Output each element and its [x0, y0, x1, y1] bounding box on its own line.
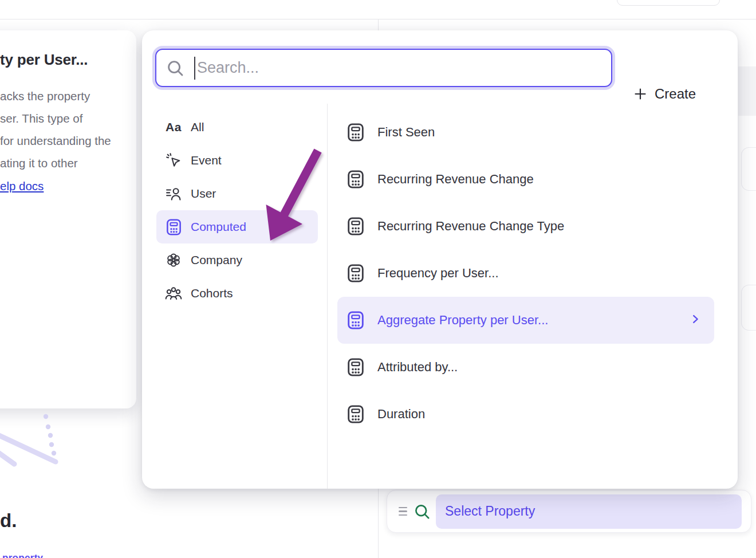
text-format-icon: Aa [164, 120, 183, 134]
calculator-icon [346, 358, 365, 376]
sidebar-item-label: Company [191, 253, 242, 267]
list-item-frequency-per-user[interactable]: Frequency per User... [337, 250, 714, 297]
create-button[interactable]: Create [633, 81, 696, 107]
select-property-label: Select Property [445, 504, 535, 519]
list-item-recurring-revenue-change-type[interactable]: Recurring Revenue Change Type [337, 203, 714, 250]
tooltip-body-line: ating it to other [0, 152, 132, 174]
list-item-label: Attributed by... [377, 360, 458, 375]
property-description-tooltip: ty per User... acks the property ser. Th… [0, 30, 136, 408]
sidebar-item-label: Event [191, 154, 222, 167]
background-card-edge [741, 147, 756, 191]
calculator-icon [346, 217, 365, 235]
list-item-label: Duration [377, 407, 425, 422]
select-property-dropdown[interactable]: Select Property [436, 494, 742, 529]
search-icon [167, 60, 184, 77]
list-item-duration[interactable]: Duration [337, 391, 714, 438]
tooltip-body-line: ser. This type of [0, 107, 132, 129]
sidebar-item-label: User [191, 187, 216, 201]
bottom-link-fragment[interactable]: property [2, 552, 43, 558]
list-item-label: Aggregate Property per User... [377, 313, 548, 328]
list-item-label: Recurring Revenue Change [377, 172, 534, 187]
screen: ty per User... acks the property ser. Th… [0, 0, 756, 558]
background-panel-strip [738, 66, 756, 116]
list-item-label: Recurring Revenue Change Type [377, 219, 564, 234]
plus-icon [633, 87, 647, 101]
search-field[interactable] [155, 49, 612, 87]
sidebar-item-label: All [191, 120, 204, 134]
calculator-icon [346, 405, 365, 423]
property-picker-modal: Create Aa All [142, 30, 738, 489]
help-docs-link[interactable]: elp docs [0, 175, 44, 197]
calculator-icon [346, 123, 365, 142]
property-search-icon [414, 504, 430, 520]
list-item-label: First Seen [377, 125, 435, 140]
company-cluster-icon [164, 252, 183, 268]
page-heading-fragment: d. [0, 510, 17, 532]
sidebar-item-label: Cohorts [191, 286, 233, 300]
search-focus-ring [152, 46, 615, 90]
annotation-arrow [246, 137, 338, 252]
tooltip-body-line: acks the property [0, 85, 132, 107]
decorative-chart-illustration [0, 408, 69, 472]
sidebar-item-cohorts[interactable]: Cohorts [156, 277, 318, 310]
calculator-icon [346, 311, 365, 329]
tooltip-body: acks the property ser. This type of for … [0, 85, 132, 197]
chevron-right-icon [689, 313, 702, 328]
user-list-icon [164, 187, 183, 201]
property-list: First Seen Recurring Revenue Change Recu… [337, 109, 714, 438]
list-item-label: Frequency per User... [377, 266, 499, 281]
drag-handle-icon[interactable] [399, 507, 407, 516]
tooltip-body-line: for understanding the [0, 129, 132, 152]
cursor-click-icon [164, 152, 183, 168]
calculator-icon [346, 264, 365, 282]
list-item-first-seen[interactable]: First Seen [337, 109, 714, 156]
calculator-icon [164, 219, 183, 235]
cohorts-people-icon [164, 286, 183, 300]
background-partial-button[interactable] [617, 0, 720, 6]
background-card-edge [741, 285, 756, 331]
sidebar-item-label: Computed [191, 220, 246, 234]
list-item-attributed-by[interactable]: Attributed by... [337, 344, 714, 391]
tooltip-title: ty per User... [0, 51, 132, 69]
list-item-aggregate-property-per-user[interactable]: Aggregate Property per User... [337, 297, 714, 344]
calculator-icon [346, 170, 365, 188]
search-input[interactable] [195, 59, 611, 77]
create-button-label: Create [655, 86, 696, 102]
select-property-card: Select Property [387, 490, 751, 533]
list-item-recurring-revenue-change[interactable]: Recurring Revenue Change [337, 156, 714, 203]
